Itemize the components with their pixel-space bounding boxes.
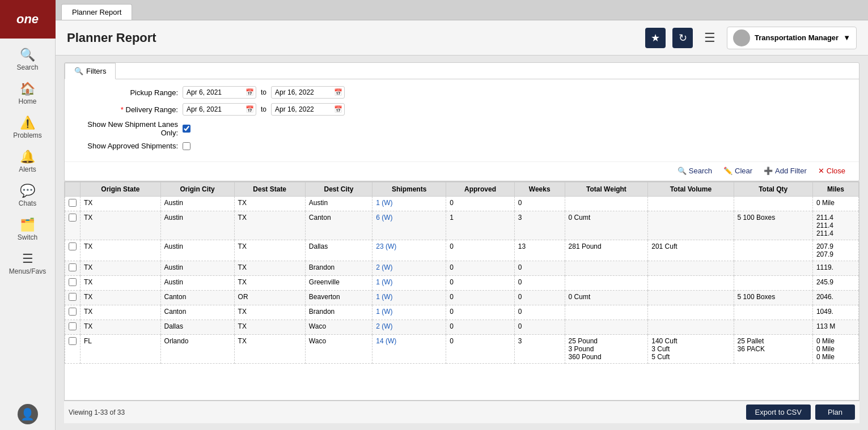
calendar-icon-3: 📅 [245,105,254,113]
to-separator-2: to [261,105,266,113]
shipments-cell[interactable]: 14 (W) [372,335,446,364]
row-checkbox[interactable] [69,278,77,286]
sidebar-item-label: Alerts [19,165,36,173]
shipments-link[interactable]: 1 (W) [376,293,392,301]
miles-cell: 211.4 211.4 211.4 [812,211,858,240]
pickup-from-field[interactable] [187,88,243,96]
row-checkbox[interactable] [69,242,77,250]
sidebar-item-search[interactable]: 🔍 Search [0,43,55,77]
shipments-link[interactable]: 1 (W) [376,199,392,207]
star-button[interactable]: ★ [645,28,666,48]
approved-cell: 0 [446,320,515,335]
add-icon: ➕ [764,167,773,175]
shipments-link[interactable]: 2 (W) [376,322,392,330]
row-checkbox[interactable] [69,337,77,345]
table-row: TX Canton TX Brandon 1 (W) 0 0 1049. [65,305,859,320]
delivery-to-field[interactable] [275,105,332,113]
weeks-cell: 0 [514,320,565,335]
tab-planner-report[interactable]: Planner Report [61,4,132,20]
show-new-lanes-checkbox[interactable] [183,125,190,133]
close-filter-button[interactable]: ✕ Close [816,165,848,176]
shipments-link[interactable]: 14 (W) [376,337,396,345]
filter-body: Pickup Range: 📅 to 📅 Delivery Range: [65,79,859,159]
sidebar-item-problems[interactable]: ⚠️ Problems [0,111,55,145]
shipments-cell[interactable]: 1 (W) [372,291,446,305]
dest-city-cell: Brandon [305,305,372,320]
shipments-link[interactable]: 1 (W) [376,278,392,286]
weight-cell [565,305,648,320]
shipments-link[interactable]: 6 (W) [376,214,392,222]
row-checkbox[interactable] [69,263,77,271]
filter-tab[interactable]: 🔍 Filters [65,63,116,79]
dest-state-cell: TX [234,197,305,211]
dest-city-cell: Dallas [305,240,372,261]
sidebar-item-alerts[interactable]: 🔔 Alerts [0,145,55,179]
show-approved-checkbox[interactable] [183,142,190,150]
sidebar-item-switch[interactable]: 🗂️ Switch [0,213,55,247]
shipments-cell[interactable]: 1 (W) [372,197,446,211]
row-checkbox[interactable] [69,199,77,207]
search-filter-icon: 🔍 [678,167,687,175]
shipments-link[interactable]: 1 (W) [376,308,392,316]
shipments-cell[interactable]: 1 (W) [372,305,446,320]
delivery-from-field[interactable] [187,105,243,113]
export-csv-button[interactable]: Export to CSV [746,405,811,420]
table-header-row: Origin State Origin City Dest State Dest… [65,182,859,197]
delivery-to-input[interactable]: 📅 [271,103,345,116]
weeks-cell: 3 [514,335,565,364]
col-weight: Total Weight [565,182,648,197]
shipments-link[interactable]: 23 (W) [376,242,396,250]
weight-cell: 25 Pound 3 Pound 360 Pound [565,335,648,364]
row-checkbox[interactable] [69,308,77,316]
home-icon: 🏠 [20,83,35,95]
weight-cell [565,261,648,276]
clear-filter-button[interactable]: ✏️ Clear [721,165,755,176]
app-logo[interactable]: one [0,0,56,39]
col-origin-city: Origin City [160,182,234,197]
refresh-button[interactable]: ↻ [672,28,693,48]
sidebar-item-label: Problems [13,131,42,139]
weeks-cell: 0 [514,261,565,276]
shipments-link[interactable]: 2 (W) [376,263,392,271]
row-checkbox[interactable] [69,322,77,330]
miles-cell: 1119. [812,261,858,276]
qty-cell [734,261,812,276]
dest-state-cell: OR [234,291,305,305]
row-checkbox-cell [65,197,81,211]
shipments-cell[interactable]: 6 (W) [372,211,446,240]
origin-city-cell: Canton [160,305,234,320]
dest-state-cell: TX [234,261,305,276]
data-table-container[interactable]: Origin State Origin City Dest State Dest… [64,181,859,401]
row-checkbox[interactable] [69,293,77,301]
qty-cell: 5 100 Boxes [734,291,812,305]
hamburger-button[interactable]: ☰ [700,28,720,48]
origin-city-cell: Dallas [160,320,234,335]
plan-button[interactable]: Plan [815,405,855,420]
row-checkbox-cell [65,291,81,305]
pickup-from-input[interactable]: 📅 [183,86,256,99]
shipments-cell[interactable]: 2 (W) [372,320,446,335]
dest-state-cell: TX [234,335,305,364]
row-checkbox[interactable] [69,214,77,222]
approved-cell: 0 [446,276,515,291]
sidebar-item-user[interactable]: 👤 [0,398,55,430]
pickup-to-input[interactable]: 📅 [271,86,345,99]
origin-city-cell: Canton [160,291,234,305]
table-row: FL Orlando TX Waco 14 (W) 0 3 25 Pound 3… [65,335,859,364]
menu-icon: ☰ [22,253,33,265]
origin-state-cell: TX [81,211,161,240]
qty-cell [734,320,812,335]
user-menu[interactable]: Transportation Manager ▼ [727,27,857,49]
search-filter-button[interactable]: 🔍 Search [675,165,714,176]
footer-buttons: Export to CSV Plan [746,405,855,420]
sidebar-item-home[interactable]: 🏠 Home [0,77,55,111]
shipments-cell[interactable]: 1 (W) [372,276,446,291]
sidebar-item-chats[interactable]: 💬 Chats [0,179,55,213]
delivery-from-input[interactable]: 📅 [183,103,256,116]
pickup-to-field[interactable] [275,88,332,96]
add-filter-button[interactable]: ➕ Add Filter [761,165,809,176]
shipments-cell[interactable]: 23 (W) [372,240,446,261]
shipments-cell[interactable]: 2 (W) [372,261,446,276]
sidebar-item-menus[interactable]: ☰ Menus/Favs [0,247,55,281]
weeks-cell: 0 [514,291,565,305]
